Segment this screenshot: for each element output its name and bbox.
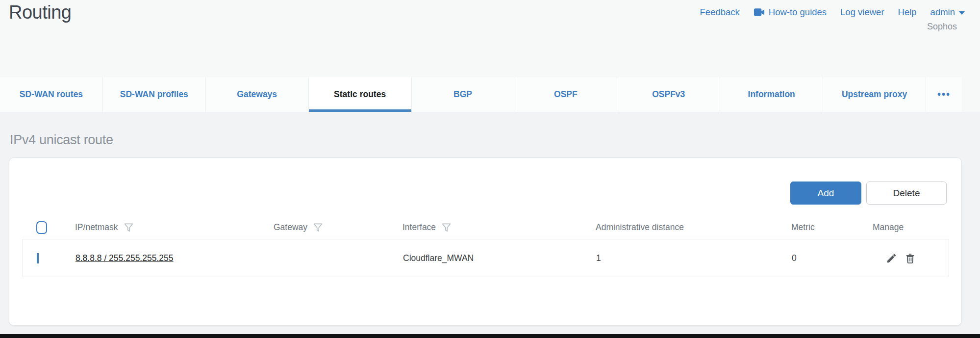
filter-icon[interactable] <box>441 222 452 234</box>
howto-guides-label: How-to guides <box>769 7 827 18</box>
main-content: IPv4 unicast route Add Delete IP/netmask… <box>0 112 980 338</box>
howto-guides-link[interactable]: How-to guides <box>754 7 827 18</box>
window-bottom-edge <box>0 334 980 338</box>
more-tabs-icon[interactable]: ••• <box>926 77 962 112</box>
column-label: Interface <box>402 222 436 233</box>
manage-cell <box>873 253 949 264</box>
feedback-label: Feedback <box>700 7 740 18</box>
ip-netmask-cell: 8.8.8.8 / 255.255.255.255 <box>75 253 274 263</box>
log-viewer-link[interactable]: Log viewer <box>840 7 884 18</box>
log-viewer-label: Log viewer <box>840 7 884 18</box>
help-link[interactable]: Help <box>898 7 917 18</box>
add-button[interactable]: Add <box>790 182 861 205</box>
table-header-row: IP/netmask Gateway Interface Administrat… <box>23 216 949 239</box>
route-link[interactable]: 8.8.8.8 / 255.255.255.255 <box>75 253 173 263</box>
column-interface: Interface <box>402 222 596 234</box>
org-name: Sophos <box>927 22 957 32</box>
tab-sd-wan-routes[interactable]: SD-WAN routes <box>0 77 102 112</box>
user-menu[interactable]: admin <box>930 7 965 18</box>
column-label: Metric <box>791 222 815 233</box>
delete-button[interactable]: Delete <box>866 182 947 205</box>
column-label: Manage <box>873 222 904 233</box>
column-administrative-distance: Administrative distance <box>596 222 791 233</box>
column-metric: Metric <box>791 222 873 233</box>
metric-cell: 0 <box>792 253 873 263</box>
edit-pencil-icon[interactable] <box>886 253 897 264</box>
row-checkbox[interactable] <box>37 253 39 263</box>
help-label: Help <box>898 7 917 18</box>
tab-static-routes[interactable]: Static routes <box>308 77 411 112</box>
select-all-checkbox[interactable] <box>36 221 47 234</box>
routing-tabbar: SD-WAN routes SD-WAN profiles Gateways S… <box>0 77 962 112</box>
caret-down-icon <box>959 11 965 15</box>
page-title: Routing <box>9 2 71 23</box>
header-select-cell <box>23 221 75 234</box>
row-select-cell <box>23 253 75 263</box>
tab-gateways[interactable]: Gateways <box>205 77 308 112</box>
column-label: Gateway <box>274 222 307 233</box>
table-actions: Add Delete <box>9 158 961 205</box>
tab-information[interactable]: Information <box>720 77 823 112</box>
tab-ospf[interactable]: OSPF <box>514 77 617 112</box>
tab-sd-wan-profiles[interactable]: SD-WAN profiles <box>102 77 205 112</box>
filter-icon[interactable] <box>312 222 324 234</box>
interface-cell: Cloudflare_MWAN <box>403 253 596 263</box>
user-menu-label: admin <box>930 7 955 18</box>
administrative-distance-cell: 1 <box>596 253 792 263</box>
feedback-link[interactable]: Feedback <box>700 7 740 18</box>
top-nav: Feedback How-to guides Log viewer Help a… <box>700 7 965 18</box>
delete-trash-icon[interactable] <box>905 253 916 264</box>
column-label: Administrative distance <box>596 222 684 233</box>
tab-upstream-proxy[interactable]: Upstream proxy <box>823 77 926 112</box>
filter-icon[interactable] <box>123 222 134 234</box>
section-title: IPv4 unicast route <box>10 132 980 148</box>
table-row: 8.8.8.8 / 255.255.255.255 Cloudflare_MWA… <box>23 239 949 277</box>
column-ip-netmask: IP/netmask <box>75 222 274 234</box>
static-routes-card: Add Delete IP/netmask Gateway Interfac <box>9 157 962 326</box>
column-gateway: Gateway <box>274 222 402 234</box>
column-manage: Manage <box>873 222 949 233</box>
video-camera-icon <box>754 8 765 17</box>
tab-bgp[interactable]: BGP <box>411 77 514 112</box>
page-header: Routing Feedback How-to guides Log viewe… <box>0 0 980 77</box>
tab-ospfv3[interactable]: OSPFv3 <box>617 77 720 112</box>
column-label: IP/netmask <box>75 222 118 233</box>
